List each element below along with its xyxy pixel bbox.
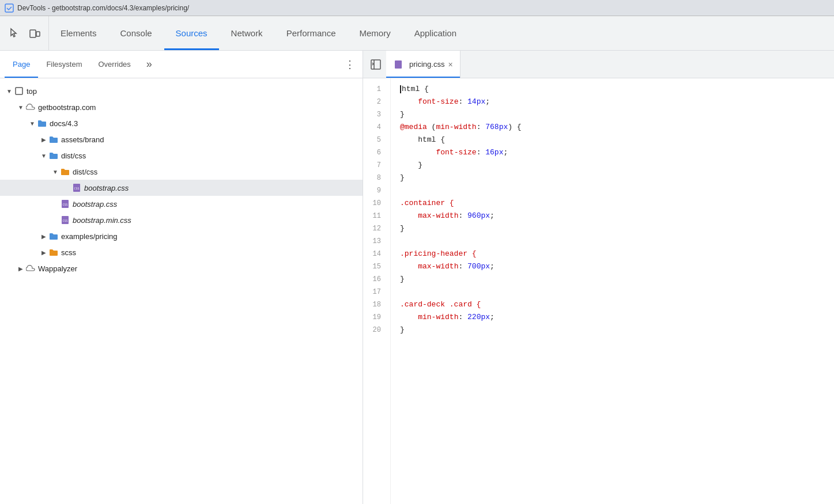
tab-memory[interactable]: Memory [348, 16, 403, 50]
arrow-assetsbrand: ▶ [39, 137, 48, 143]
tree-item-bootstrap-min[interactable]: CSS bootstrap.min.css [0, 212, 363, 228]
tree-label-bootstrap-min: bootstrap.min.css [73, 216, 131, 225]
svg-text:CSS: CSS [62, 219, 67, 222]
folder-blue-icon-2 [48, 134, 59, 145]
code-line[interactable]: } [400, 273, 834, 286]
tree-label-scss: scss [61, 248, 76, 257]
tree-item-docs43[interactable]: ▼ docs/4.3 [0, 115, 363, 131]
tree-item-getbootstrap[interactable]: ▼ getbootstrap.com [0, 99, 363, 115]
tree-item-top[interactable]: ▼ top [0, 83, 363, 99]
tree-label-bootstrap-css: bootstrap.css [73, 200, 117, 209]
code-line[interactable]: .card-deck .card { [400, 298, 834, 311]
svg-line-13 [372, 64, 373, 65]
tab-page[interactable]: Page [5, 51, 38, 78]
code-token: 16px [485, 146, 503, 159]
tree-item-assetsbrand[interactable]: ▶ assets/brand [0, 131, 363, 147]
svg-rect-14 [395, 60, 402, 69]
code-line[interactable] [400, 184, 834, 197]
more-tabs-button[interactable]: » [141, 56, 157, 73]
code-editor[interactable]: 1234567891011121314151617181920 html { f… [363, 78, 834, 504]
code-line[interactable]: @media (min-width: 768px) { [400, 121, 834, 134]
code-line[interactable]: html { [400, 83, 834, 96]
code-line[interactable]: font-size: 14px; [400, 96, 834, 108]
code-line[interactable]: } [400, 159, 834, 172]
secondary-tab-bar: Page Filesystem Overrides » ⋮ [0, 51, 363, 78]
editor-tab-bar: pricing.css × [363, 51, 834, 78]
code-token: font-size [436, 146, 476, 159]
code-token: ; [485, 96, 490, 108]
close-tab-button[interactable]: × [448, 60, 452, 69]
code-token: 220px [467, 311, 490, 324]
tree-label-distcss2: dist/css [73, 168, 97, 176]
editor-tab-filename: pricing.css [409, 60, 444, 69]
tree-label-examplespricing: examples/pricing [61, 232, 118, 241]
tab-overrides[interactable]: Overrides [90, 51, 139, 78]
line-number: 4 [363, 121, 386, 134]
code-line[interactable]: } [400, 108, 834, 121]
tree-item-bootstrap-css[interactable]: CSS bootstrap.css [0, 196, 363, 212]
tab-network[interactable]: Network [220, 16, 275, 50]
tree-item-bootstrap-selected[interactable]: CSS bootstrap.css [0, 180, 363, 196]
code-line[interactable] [400, 235, 834, 248]
code-token [400, 311, 418, 324]
code-content[interactable]: html { font-size: 14px;}@media (min-widt… [391, 78, 834, 504]
code-token: : [458, 260, 467, 273]
line-number: 13 [363, 235, 386, 248]
arrow-examplespricing: ▶ [39, 233, 48, 240]
tab-filesystem[interactable]: Filesystem [38, 51, 90, 78]
tab-elements[interactable]: Elements [49, 16, 109, 50]
code-line[interactable] [400, 286, 834, 298]
device-icon[interactable] [25, 24, 44, 43]
titlebar-text: DevTools - getbootstrap.com/docs/4.3/exa… [17, 4, 189, 12]
arrow-distcss1: ▼ [39, 153, 48, 159]
tree-label-distcss1: dist/css [61, 151, 86, 160]
tab-sources[interactable]: Sources [164, 16, 220, 50]
code-token: 960px [467, 210, 490, 222]
tab-performance[interactable]: Performance [275, 16, 348, 50]
tree-item-distcss1[interactable]: ▼ dist/css [0, 147, 363, 164]
tree-item-scss[interactable]: ▶ scss [0, 244, 363, 260]
line-number: 18 [363, 298, 386, 311]
panel-menu-button[interactable]: ⋮ [342, 56, 358, 73]
code-line[interactable]: .container { [400, 197, 834, 210]
line-number: 20 [363, 324, 386, 336]
tree-item-examplespricing[interactable]: ▶ examples/pricing [0, 228, 363, 244]
code-line[interactable]: } [400, 222, 834, 235]
tree-item-distcss2[interactable]: ▼ dist/css [0, 164, 363, 180]
code-token [400, 146, 436, 159]
cloud-icon-2 [25, 263, 36, 274]
editor-tab-pricing-css[interactable]: pricing.css × [386, 51, 461, 78]
frame-icon [14, 86, 24, 96]
code-token: @media [400, 121, 427, 134]
code-token: 768px [485, 121, 508, 134]
tree-label-top: top [27, 87, 37, 96]
code-line[interactable]: min-width: 220px; [400, 311, 834, 324]
cursor-icon[interactable] [5, 24, 23, 43]
code-token: : [458, 96, 467, 108]
code-token: min-width [418, 311, 458, 324]
code-token: font-size [418, 96, 458, 108]
code-line[interactable]: html { [400, 134, 834, 146]
code-token: ( [427, 121, 436, 134]
devtools-icon [5, 3, 14, 13]
code-token: .pricing-header { [400, 248, 477, 260]
tree-label-wappalyzer: Wappalyzer [38, 264, 77, 273]
code-token: : [477, 121, 486, 134]
code-token: 700px [467, 260, 490, 273]
code-line[interactable]: } [400, 324, 834, 336]
tab-application[interactable]: Application [403, 16, 469, 50]
code-token: ) { [508, 121, 521, 134]
line-number: 9 [363, 184, 386, 197]
tab-console[interactable]: Console [109, 16, 164, 50]
code-line[interactable]: font-size: 16px; [400, 146, 834, 159]
code-line[interactable]: } [400, 172, 834, 184]
code-token: } [400, 159, 422, 172]
tree-item-wappalyzer[interactable]: ▶ Wappalyzer [0, 260, 363, 276]
code-line[interactable]: max-width: 700px; [400, 260, 834, 273]
folder-blue-icon-4 [48, 231, 59, 241]
tree-label-bootstrap-selected: bootstrap.css [84, 184, 129, 192]
code-line[interactable]: .pricing-header { [400, 248, 834, 260]
line-numbers: 1234567891011121314151617181920 [363, 78, 391, 504]
toggle-sidebar-button[interactable] [365, 54, 386, 75]
code-line[interactable]: max-width: 960px; [400, 210, 834, 222]
